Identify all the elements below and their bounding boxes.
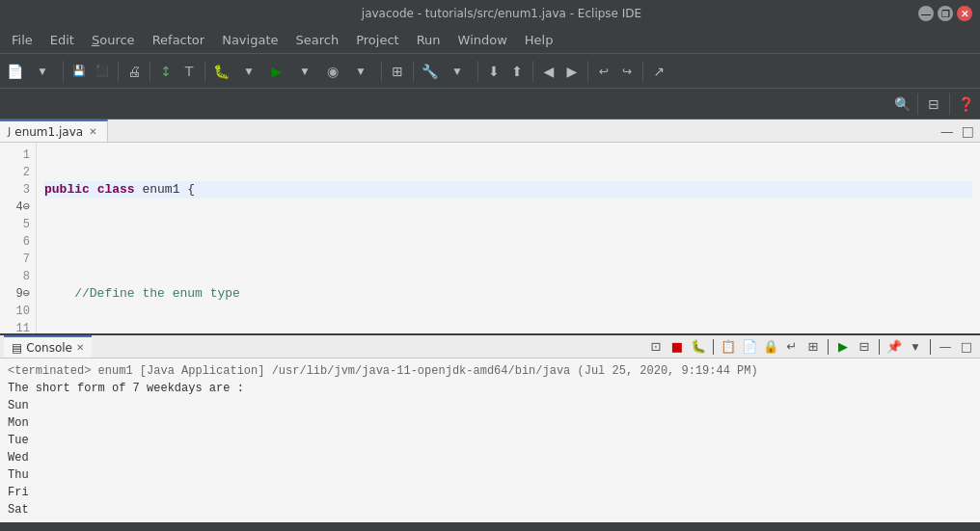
menu-refactor[interactable]: Refactor	[145, 29, 213, 51]
menu-file[interactable]: File	[4, 29, 41, 51]
menu-window[interactable]: Window	[450, 29, 515, 51]
help-icon-btn[interactable]: ❓	[955, 93, 976, 115]
menu-run[interactable]: Run	[409, 29, 449, 51]
perspective-button[interactable]: ⊞	[387, 61, 408, 82]
export-button[interactable]: ↗	[648, 61, 669, 82]
menu-navigate[interactable]: Navigate	[214, 29, 286, 51]
console-minimize-icon[interactable]: —	[936, 337, 955, 357]
console-output-line-7: Fri	[8, 484, 972, 501]
console-tab[interactable]: ▤ Console ✕	[4, 335, 92, 358]
console-copy-button[interactable]: 📋	[719, 337, 738, 357]
editor-tab-enum1[interactable]: J enum1.java ✕	[0, 119, 108, 142]
toolbar2-sep2	[949, 93, 950, 115]
ext-tools-dropdown[interactable]: ▼	[442, 61, 473, 82]
console-output-line-1: The short form of 7 weekdays are :	[8, 380, 972, 397]
line-num-10: 10	[6, 303, 30, 320]
main-toolbar: 📄 ▼ 💾 ⬛ 🖨 ↕ T 🐛 ▼ ▶ ▼ ◉ ▼ ⊞ 🔧 ▼ ⬇ ⬆ ◀ ▶ …	[0, 54, 980, 89]
console-pin-button[interactable]: 📌	[885, 337, 904, 357]
line-num-6: 6	[6, 233, 30, 251]
refactor-button[interactable]: ↕	[155, 61, 177, 82]
line-num-4: 4⊖	[6, 199, 30, 216]
open-type-button[interactable]: T	[178, 61, 200, 82]
console-maximize-icon[interactable]: □	[957, 337, 976, 357]
back-button[interactable]: ◀	[538, 61, 559, 82]
undo-button[interactable]: ↩	[593, 61, 614, 82]
toolbar-separator-2	[118, 61, 119, 82]
window-title: javacode - tutorials/src/enum1.java - Ec…	[85, 7, 918, 20]
con-sep	[713, 339, 714, 355]
line-num-1: 1	[6, 146, 30, 164]
editor-tab-close[interactable]: ✕	[87, 125, 98, 138]
line-num-3: 3	[6, 181, 30, 199]
save-button[interactable]: 💾	[68, 61, 90, 82]
code-content[interactable]: public class enum1 { //Define the enum t…	[37, 143, 980, 333]
coverage-dropdown[interactable]: ▼	[345, 61, 376, 82]
search-icon-btn[interactable]: 🔍	[891, 93, 912, 115]
secondary-toolbar: 🔍 ⊟ ❓	[0, 89, 980, 119]
console-paste-button[interactable]: 📄	[740, 337, 759, 357]
code-line-2	[44, 233, 972, 251]
console-show-console-button[interactable]: ⊞	[803, 337, 823, 357]
toolbar-separator-1	[63, 61, 64, 82]
console-output-line-2: Sun	[8, 397, 972, 414]
console-word-wrap-button[interactable]: ↵	[782, 337, 802, 357]
new-button[interactable]: 📄	[4, 61, 25, 82]
code-line-3: //Define the enum type	[44, 285, 972, 303]
toolbar-separator-6	[413, 61, 414, 82]
con-sep2	[828, 339, 829, 355]
debug-button[interactable]: 🐛	[210, 61, 231, 82]
console-new-console-button[interactable]: ⊟	[855, 337, 874, 357]
print-button[interactable]: 🖨	[123, 61, 145, 82]
toolbar-separator-9	[587, 61, 588, 82]
console-container: ▤ Console ✕ ⊡ ■ 🐛 📋 📄 🔒 ↵ ⊞ ▶ ⊟ 📌 ▼ — □ …	[0, 333, 980, 522]
debug-dropdown[interactable]: ▼	[233, 61, 264, 82]
console-clear-button[interactable]: ⊡	[646, 337, 666, 357]
prev-button[interactable]: ⬆	[506, 61, 528, 82]
line-num-2: 2	[6, 164, 30, 181]
menu-source[interactable]: Source	[84, 29, 143, 51]
views-button[interactable]: ⊟	[923, 93, 944, 115]
console-scroll-lock-button[interactable]: 🔒	[761, 337, 780, 357]
con-sep3	[879, 339, 880, 355]
run-button[interactable]: ▶	[266, 61, 287, 82]
save-all-button[interactable]: ⬛	[92, 61, 113, 82]
new-dropdown[interactable]: ▼	[27, 61, 58, 82]
console-terminated-line: <terminated> enum1 [Java Application] /u…	[8, 362, 972, 380]
code-area[interactable]: 1 2 3 4⊖ 5 6 7 8 9⊖ 10 11 public class e…	[0, 143, 980, 333]
console-output-line-5: Wed	[8, 449, 972, 466]
editor-minimize-icon[interactable]: —	[939, 121, 956, 141]
coverage-button[interactable]: ◉	[322, 61, 343, 82]
code-line-1: public class enum1 {	[44, 181, 972, 199]
menu-project[interactable]: Project	[348, 29, 406, 51]
editor-window-controls: — □	[935, 119, 980, 142]
redo-button[interactable]: ↪	[616, 61, 638, 82]
run-dropdown[interactable]: ▼	[289, 61, 320, 82]
next-button[interactable]: ⬇	[483, 61, 504, 82]
console-output: <terminated> enum1 [Java Application] /u…	[0, 358, 980, 522]
console-toolbar: ⊡ ■ 🐛 📋 📄 🔒 ↵ ⊞ ▶ ⊟ 📌 ▼ — □	[646, 337, 976, 357]
window-controls[interactable]: — ❐ ✕	[918, 6, 972, 21]
console-tab-close[interactable]: ✕	[76, 342, 84, 353]
console-stop-button[interactable]: ■	[667, 337, 687, 357]
menu-search[interactable]: Search	[287, 29, 346, 51]
forward-button[interactable]: ▶	[561, 61, 583, 82]
minimize-button[interactable]: —	[918, 6, 934, 21]
menu-edit[interactable]: Edit	[42, 29, 82, 51]
menu-help[interactable]: Help	[517, 29, 561, 51]
line-num-9: 9⊖	[6, 285, 30, 303]
console-pin-dropdown[interactable]: ▼	[906, 337, 925, 357]
ext-tools-button[interactable]: 🔧	[419, 61, 440, 82]
console-output-line-6: Thu	[8, 466, 972, 484]
close-button[interactable]: ✕	[957, 6, 972, 21]
console-run-button[interactable]: ▶	[833, 337, 853, 357]
toolbar-separator-7	[477, 61, 478, 82]
console-debug-button[interactable]: 🐛	[689, 337, 708, 357]
line-num-5: 5	[6, 216, 30, 233]
toolbar-separator-5	[381, 61, 382, 82]
maximize-button[interactable]: ❐	[938, 6, 953, 21]
console-output-line-3: Mon	[8, 414, 972, 432]
toolbar-separator-8	[532, 61, 533, 82]
console-icon: ▤	[12, 341, 22, 355]
toolbar-separator-3	[150, 61, 150, 82]
editor-maximize-icon[interactable]: □	[960, 121, 976, 141]
